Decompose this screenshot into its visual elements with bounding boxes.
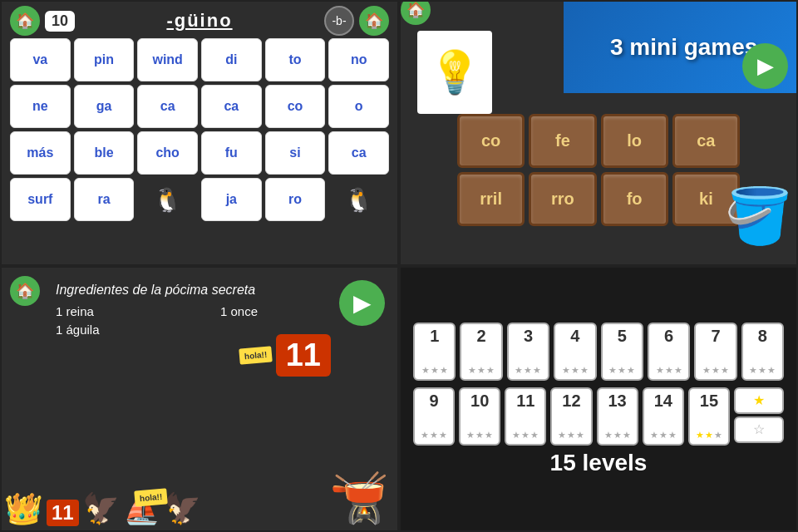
wood-tile-rro[interactable]: rro bbox=[529, 172, 596, 226]
level-7-button[interactable]: 7 ★★★ bbox=[694, 323, 736, 381]
banner-arrow-button[interactable]: ▶ bbox=[742, 43, 788, 89]
recipe-item-aguila: 1 águila bbox=[56, 323, 216, 337]
wood-tile-fe[interactable]: fe bbox=[529, 114, 596, 168]
levels-grid-row1: 1 ★★★ 2 ★★★ 3 ★★★ 4 ★★★ 5 ★★★ 6 ★★★ bbox=[413, 323, 784, 381]
word-display: -güino bbox=[166, 10, 232, 32]
level-extra-btn-2[interactable]: ☆ bbox=[734, 416, 784, 443]
tile-ca2[interactable]: ca bbox=[201, 85, 262, 128]
recipe-once-text: 1 once bbox=[220, 304, 258, 318]
score-display: 10 bbox=[45, 11, 75, 32]
recipe-item-reina: 1 reina bbox=[56, 304, 216, 318]
level-6-button[interactable]: 6 ★★★ bbox=[648, 323, 690, 381]
tile-fu[interactable]: fu bbox=[201, 131, 262, 175]
lightbulb-card: 💡 bbox=[417, 31, 492, 114]
eagle-icon: 🦅 bbox=[82, 491, 120, 526]
tile-ca3[interactable]: ca bbox=[328, 131, 389, 175]
banner-text: 3 mini games bbox=[610, 34, 757, 61]
level-9-button[interactable]: 9 ★★★ bbox=[413, 387, 455, 446]
cauldron-icon: 🪣 bbox=[725, 185, 792, 248]
puzzle-game-quadrant: 🏠 💡 3 mini games ▶ 🪣 co fe lo ca rril rr… bbox=[399, 0, 798, 266]
number-11-1: 11 bbox=[47, 500, 79, 526]
tile-ra[interactable]: ra bbox=[74, 178, 135, 221]
level-12-button[interactable]: 12 ★★★ bbox=[550, 387, 592, 446]
level-2-button[interactable]: 2 ★★★ bbox=[460, 323, 502, 381]
eagle-icon-2: 🦅 bbox=[164, 491, 201, 526]
tile-co[interactable]: co bbox=[265, 85, 326, 128]
tile-wind[interactable]: wind bbox=[137, 38, 198, 81]
sticky-note-2-text: hola!! bbox=[134, 488, 168, 506]
tile-mas[interactable]: más bbox=[10, 131, 71, 175]
tile-to[interactable]: to bbox=[265, 38, 326, 81]
wood-tile-ca[interactable]: ca bbox=[672, 114, 740, 168]
home-button-bl[interactable]: 🏠 bbox=[10, 276, 40, 306]
levels-label: 15 levels bbox=[550, 450, 648, 476]
sticky-note-2: hola!! bbox=[135, 490, 167, 505]
penguin-icon-2: 🐧 bbox=[328, 178, 389, 221]
tile-ble[interactable]: ble bbox=[74, 131, 135, 175]
level-1-button[interactable]: 1 ★★★ bbox=[413, 323, 456, 381]
recipe-aguila-text: 1 águila bbox=[56, 323, 100, 337]
home-button-puzzle[interactable]: 🏠 bbox=[401, 0, 431, 25]
home-button-tl[interactable]: 🏠 bbox=[10, 6, 40, 36]
tile-cho[interactable]: cho bbox=[137, 131, 198, 175]
tile-surf[interactable]: surf bbox=[10, 178, 71, 221]
recipe-title: Ingredientes de la pócima secreta bbox=[56, 283, 389, 298]
number-display: 11 bbox=[276, 334, 331, 377]
recipe-items: 1 reina 1 once 1 águila bbox=[56, 304, 381, 337]
level-11-button[interactable]: 11 ★★★ bbox=[505, 387, 546, 446]
level-5-button[interactable]: 5 ★★★ bbox=[601, 323, 643, 381]
cauldron-bottom-left: 🫕 bbox=[329, 470, 389, 526]
next-arrow-button[interactable]: ▶ bbox=[339, 280, 385, 326]
tile-si[interactable]: si bbox=[265, 131, 326, 175]
level-3-button[interactable]: 3 ★★★ bbox=[507, 323, 549, 381]
top-bar: 🏠 10 -güino -b- 🏠 bbox=[10, 10, 389, 32]
recipe-number-area: hola!! 11 bbox=[239, 334, 332, 377]
wood-tile-lo[interactable]: lo bbox=[601, 114, 668, 168]
tile-no[interactable]: no bbox=[328, 38, 389, 81]
wood-tile-co[interactable]: co bbox=[457, 114, 525, 168]
lightbulb-icon: 💡 bbox=[429, 48, 480, 96]
recipe-reina-text: 1 reina bbox=[56, 304, 94, 318]
word-game-quadrant: 🏠 10 -güino -b- 🏠 va pin wind di to no n… bbox=[0, 0, 399, 266]
level-extra-buttons: ★ ☆ bbox=[734, 387, 784, 446]
tile-di[interactable]: di bbox=[201, 38, 262, 81]
levels-quadrant: 1 ★★★ 2 ★★★ 3 ★★★ 4 ★★★ 5 ★★★ 6 ★★★ bbox=[399, 266, 798, 532]
penguin-icon-1: 🐧 bbox=[137, 178, 198, 221]
wood-tile-rril[interactable]: rril bbox=[457, 172, 525, 226]
wood-tile-grid: co fe lo ca rril rro fo ki bbox=[457, 114, 740, 226]
level-4-button[interactable]: 4 ★★★ bbox=[554, 323, 596, 381]
tile-ne[interactable]: ne bbox=[10, 85, 71, 128]
sound-button[interactable]: -b- bbox=[324, 6, 354, 36]
level-14-button[interactable]: 14 ★★★ bbox=[643, 387, 684, 446]
recipe-game-quadrant: 🏠 Ingredientes de la pócima secreta 1 re… bbox=[0, 266, 399, 532]
tile-pin[interactable]: pin bbox=[74, 38, 135, 81]
tile-ca1[interactable]: ca bbox=[137, 85, 198, 128]
tile-ro[interactable]: ro bbox=[265, 178, 326, 221]
level-10-button[interactable]: 10 ★★★ bbox=[459, 387, 500, 446]
wood-tile-fo[interactable]: fo bbox=[601, 172, 668, 226]
level-15-button[interactable]: 15 ★★★ bbox=[688, 387, 730, 446]
tile-ga[interactable]: ga bbox=[74, 85, 135, 128]
level-8-button[interactable]: 8 ★★★ bbox=[741, 323, 784, 381]
tile-ja[interactable]: ja bbox=[201, 178, 262, 221]
sticky-note: hola!! bbox=[239, 346, 273, 364]
tile-o[interactable]: o bbox=[328, 85, 389, 128]
level-13-button[interactable]: 13 ★★★ bbox=[597, 387, 638, 446]
word-tile-grid: va pin wind di to no ne ga ca ca co o má… bbox=[10, 38, 389, 221]
banner-area: 3 mini games ▶ bbox=[564, 2, 796, 93]
tile-va[interactable]: va bbox=[10, 38, 71, 81]
home-button-tr[interactable]: 🏠 bbox=[359, 6, 389, 36]
main-screen: 🏠 10 -güino -b- 🏠 va pin wind di to no n… bbox=[0, 0, 798, 532]
queen-icon-large: 👑 bbox=[4, 493, 39, 526]
level-extra-btn-1[interactable]: ★ bbox=[734, 387, 784, 414]
levels-grid-row2: 9 ★★★ 10 ★★★ 11 ★★★ 12 ★★★ 13 ★★★ 14 ★★★ bbox=[413, 387, 784, 446]
